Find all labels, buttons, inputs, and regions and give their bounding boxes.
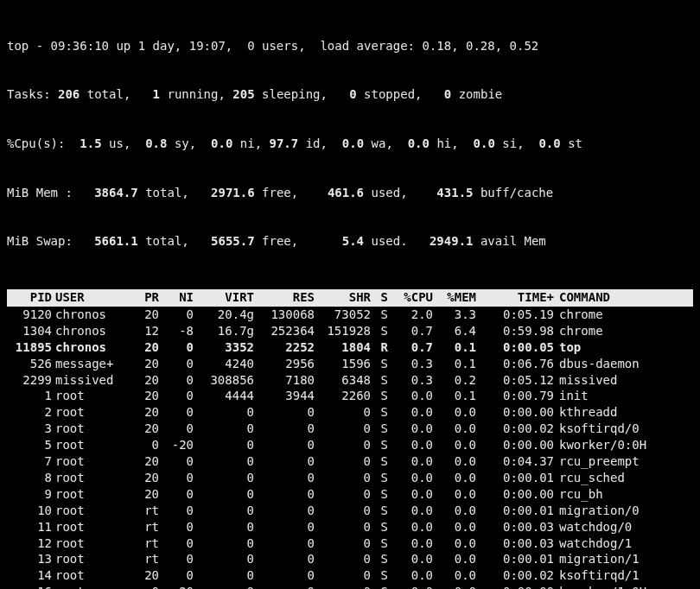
cell-pid: 7 (7, 453, 52, 470)
cell-s: S (371, 470, 390, 486)
cell-cmd: rcu_preempt (554, 453, 693, 470)
cell-user: chronos (52, 307, 124, 323)
cell-virt: 4444 (194, 388, 254, 404)
cell-virt: 0 (194, 404, 254, 421)
cell-cpu: 0.3 (390, 356, 433, 372)
cell-res: 7180 (254, 372, 315, 389)
cell-s: S (371, 356, 390, 372)
cell-pr: 0 (124, 437, 159, 453)
cell-virt: 0 (194, 437, 254, 453)
cell-user: root (52, 519, 124, 535)
process-table-body: 9120chronos20020.4g13006873052S2.03.30:0… (7, 307, 693, 589)
mem-text: MiB Mem : 3864.7 total, 2971.6 free, 461… (7, 185, 553, 201)
cell-pr: 20 (124, 339, 159, 356)
col-mem: %MEM (433, 289, 476, 306)
cell-cmd: kworker/0:0H (554, 437, 693, 453)
table-row: 2root200000S0.00.00:00.00kthreadd (7, 404, 693, 421)
cell-mem: 0.1 (433, 339, 476, 356)
cell-virt: 0 (194, 421, 254, 437)
cell-cmd: missived (554, 372, 693, 389)
cell-res: 0 (254, 519, 315, 535)
cell-time: 0:00.02 (476, 421, 554, 437)
cell-time: 0:00.03 (476, 519, 554, 535)
cell-ni: 0 (159, 339, 194, 356)
cell-time: 0:00.00 (476, 486, 554, 503)
cell-cmd: watchdog/0 (554, 519, 693, 535)
cell-mem: 0.0 (433, 551, 476, 567)
cell-shr: 0 (315, 437, 371, 453)
cell-mem: 0.1 (433, 388, 476, 404)
table-row: 9120chronos20020.4g13006873052S2.03.30:0… (7, 307, 693, 323)
cell-mem: 0.0 (433, 567, 476, 584)
cell-pid: 1304 (7, 323, 52, 339)
cell-s: S (371, 519, 390, 535)
cell-pr: 12 (124, 323, 159, 339)
cell-s: S (371, 567, 390, 584)
cell-ni: -20 (159, 584, 194, 589)
cell-mem: 0.0 (433, 535, 476, 552)
cell-ni: 0 (159, 486, 194, 503)
cell-ni: 0 (159, 388, 194, 404)
cell-mem: 6.4 (433, 323, 476, 339)
cell-ni: 0 (159, 519, 194, 535)
cell-pr: 20 (124, 307, 159, 323)
cell-cmd: rcu_bh (554, 486, 693, 503)
cell-cmd: init (554, 388, 693, 404)
summary-block: top - 09:36:10 up 1 day, 19:07, 0 users,… (7, 5, 693, 282)
cell-user: root (52, 486, 124, 503)
cell-mem: 0.2 (433, 372, 476, 389)
cell-cpu: 0.0 (390, 388, 433, 404)
cell-cmd: dbus-daemon (554, 356, 693, 372)
col-virt: VIRT (194, 289, 254, 306)
cell-res: 0 (254, 551, 315, 567)
cell-pr: 20 (124, 470, 159, 486)
cell-mem: 0.0 (433, 503, 476, 519)
cell-cmd: rcu_sched (554, 470, 693, 486)
cell-shr: 0 (315, 567, 371, 584)
cell-pid: 1 (7, 388, 52, 404)
cell-res: 0 (254, 503, 315, 519)
cell-user: root (52, 503, 124, 519)
cell-virt: 0 (194, 453, 254, 470)
table-row: 14root200000S0.00.00:00.02ksoftirqd/1 (7, 567, 693, 584)
col-pid: PID (7, 289, 52, 306)
cell-cpu: 0.0 (390, 567, 433, 584)
cell-shr: 6348 (315, 372, 371, 389)
col-user: USER (52, 289, 124, 306)
table-row: 1304chronos12-816.7g252364151928S0.76.40… (7, 323, 693, 339)
cell-cpu: 0.7 (390, 323, 433, 339)
tasks-text: Tasks: 206 total, 1 running, 205 sleepin… (7, 86, 502, 103)
cell-s: S (371, 388, 390, 404)
cell-res: 2956 (254, 356, 315, 372)
cell-shr: 2260 (315, 388, 371, 404)
cell-user: root (52, 551, 124, 567)
cell-cmd: migration/0 (554, 503, 693, 519)
cell-ni: 0 (159, 503, 194, 519)
cell-ni: 0 (159, 453, 194, 470)
table-row: 8root200000S0.00.00:00.01rcu_sched (7, 470, 693, 486)
summary-line-cpu: %Cpu(s): 1.5 us, 0.8 sy, 0.0 ni, 97.7 id… (7, 136, 693, 152)
cell-cmd: kworker/1:0H (554, 584, 693, 589)
col-s: S (371, 289, 390, 306)
cell-cmd: chrome (554, 323, 693, 339)
cell-pr: 20 (124, 453, 159, 470)
cell-user: root (52, 584, 124, 589)
cell-res: 0 (254, 470, 315, 486)
table-row: 526message+200424029561596S0.30.10:06.76… (7, 356, 693, 372)
cell-time: 0:04.37 (476, 453, 554, 470)
summary-line-tasks: Tasks: 206 total, 1 running, 205 sleepin… (7, 86, 693, 103)
cell-mem: 0.0 (433, 453, 476, 470)
cell-s: S (371, 404, 390, 421)
cell-user: root (52, 388, 124, 404)
cell-s: S (371, 323, 390, 339)
cell-res: 0 (254, 584, 315, 589)
cell-cpu: 0.7 (390, 339, 433, 356)
cell-virt: 308856 (194, 372, 254, 389)
cell-pr: 20 (124, 388, 159, 404)
cell-res: 0 (254, 535, 315, 552)
cell-virt: 16.7g (194, 323, 254, 339)
col-cpu: %CPU (390, 289, 433, 306)
cell-shr: 0 (315, 535, 371, 552)
cell-pid: 16 (7, 584, 52, 589)
cell-pid: 526 (7, 356, 52, 372)
